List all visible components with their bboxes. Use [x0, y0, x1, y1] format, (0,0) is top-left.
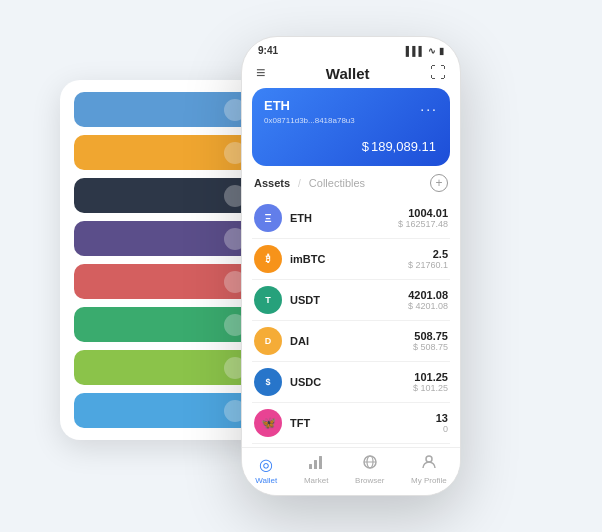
eth-icon: Ξ	[254, 204, 282, 232]
imbtc-usd: $ 21760.1	[408, 260, 448, 270]
menu-icon[interactable]: ≡	[256, 64, 265, 82]
tab-collectibles[interactable]: Collectibles	[309, 177, 365, 189]
tft-amount: 13	[436, 412, 448, 424]
usdt-usd: $ 4201.08	[408, 301, 448, 311]
status-bar: 9:41 ▌▌▌ ∿ ▮	[242, 37, 460, 60]
asset-amounts-dai: 508.75 $ 508.75	[413, 330, 448, 352]
asset-row-eth[interactable]: Ξ ETH 1004.01 $ 162517.48	[252, 198, 450, 239]
wallet-nav-label: Wallet	[255, 476, 277, 485]
asset-amounts-imbtc: 2.5 $ 21760.1	[408, 248, 448, 270]
asset-amounts-usdt: 4201.08 $ 4201.08	[408, 289, 448, 311]
wifi-icon: ∿	[428, 46, 436, 56]
asset-amounts-tft: 13 0	[436, 412, 448, 434]
balance-symbol: $	[362, 139, 369, 154]
eth-amount: 1004.01	[398, 207, 448, 219]
nav-market[interactable]: Market	[304, 454, 328, 485]
usdt-icon: T	[254, 286, 282, 314]
add-asset-button[interactable]: +	[430, 174, 448, 192]
browser-nav-label: Browser	[355, 476, 384, 485]
color-strip	[74, 393, 256, 428]
imbtc-icon: ₿	[254, 245, 282, 273]
market-nav-label: Market	[304, 476, 328, 485]
usdt-amount: 4201.08	[408, 289, 448, 301]
nav-wallet[interactable]: ◎ Wallet	[255, 455, 277, 485]
signal-icon: ▌▌▌	[406, 46, 425, 56]
tft-icon: 🦋	[254, 409, 282, 437]
card-balance: $189,089.11	[264, 133, 438, 156]
tab-assets[interactable]: Assets	[254, 177, 290, 189]
color-strip	[74, 221, 256, 256]
nav-profile[interactable]: My Profile	[411, 454, 447, 485]
svg-rect-0	[309, 464, 312, 469]
usdc-icon: $	[254, 368, 282, 396]
wallet-card: ETH ... 0x08711d3b...8418a78u3 $189,089.…	[252, 88, 450, 166]
wallet-nav-icon: ◎	[259, 455, 273, 474]
dai-usd: $ 508.75	[413, 342, 448, 352]
nav-browser[interactable]: Browser	[355, 454, 384, 485]
market-nav-icon	[308, 454, 324, 474]
svg-point-6	[426, 456, 432, 462]
asset-row-dai[interactable]: D DAI 508.75 $ 508.75	[252, 321, 450, 362]
svg-rect-2	[319, 456, 322, 469]
color-strip	[74, 178, 256, 213]
page-title: Wallet	[326, 65, 370, 82]
usdc-amount: 101.25	[413, 371, 448, 383]
asset-amounts-eth: 1004.01 $ 162517.48	[398, 207, 448, 229]
color-strip	[74, 92, 256, 127]
bottom-nav: ◎ Wallet Market	[242, 447, 460, 495]
phone-mockup: 9:41 ▌▌▌ ∿ ▮ ≡ Wallet ⛶ ETH ... 0x08711d…	[241, 36, 461, 496]
time-label: 9:41	[258, 45, 278, 56]
dai-amount: 508.75	[413, 330, 448, 342]
status-icons: ▌▌▌ ∿ ▮	[406, 46, 444, 56]
expand-icon[interactable]: ⛶	[430, 64, 446, 82]
asset-row-usdc[interactable]: $ USDC 101.25 $ 101.25	[252, 362, 450, 403]
tab-divider: /	[298, 178, 301, 189]
svg-rect-1	[314, 460, 317, 469]
background-card	[60, 80, 270, 440]
asset-row-imbtc[interactable]: ₿ imBTC 2.5 $ 21760.1	[252, 239, 450, 280]
nav-bar: ≡ Wallet ⛶	[242, 60, 460, 88]
asset-name-dai: DAI	[290, 335, 413, 347]
card-menu-icon[interactable]: ...	[420, 98, 438, 114]
color-strip	[74, 135, 256, 170]
asset-list: Ξ ETH 1004.01 $ 162517.48 ₿ imBTC 2.5 $ …	[242, 198, 460, 447]
tft-usd: 0	[436, 424, 448, 434]
assets-tabs: Assets / Collectibles	[254, 177, 365, 189]
card-address: 0x08711d3b...8418a78u3	[264, 116, 438, 125]
balance-value: 189,089.11	[371, 139, 436, 154]
profile-nav-label: My Profile	[411, 476, 447, 485]
asset-row-tft[interactable]: 🦋 TFT 13 0	[252, 403, 450, 444]
asset-name-eth: ETH	[290, 212, 398, 224]
eth-usd: $ 162517.48	[398, 219, 448, 229]
color-strip	[74, 307, 256, 342]
card-ticker: ETH	[264, 98, 290, 113]
assets-header: Assets / Collectibles +	[242, 174, 460, 198]
browser-nav-icon	[362, 454, 378, 474]
imbtc-amount: 2.5	[408, 248, 448, 260]
asset-name-usdt: USDT	[290, 294, 408, 306]
asset-name-tft: TFT	[290, 417, 436, 429]
dai-icon: D	[254, 327, 282, 355]
usdc-usd: $ 101.25	[413, 383, 448, 393]
color-strip	[74, 350, 256, 385]
profile-nav-icon	[421, 454, 437, 474]
asset-amounts-usdc: 101.25 $ 101.25	[413, 371, 448, 393]
battery-icon: ▮	[439, 46, 444, 56]
asset-name-usdc: USDC	[290, 376, 413, 388]
asset-row-usdt[interactable]: T USDT 4201.08 $ 4201.08	[252, 280, 450, 321]
asset-name-imbtc: imBTC	[290, 253, 408, 265]
color-strip	[74, 264, 256, 299]
